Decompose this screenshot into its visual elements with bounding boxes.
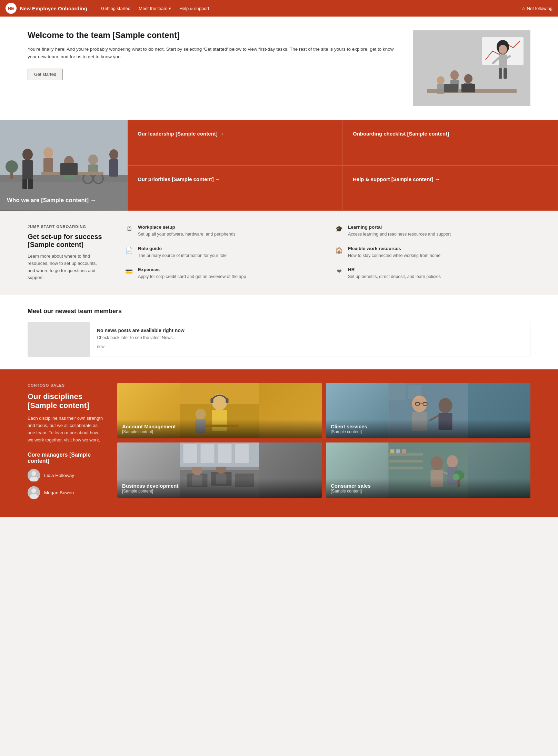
manager-lidia: Lidia Holloway	[28, 469, 103, 481]
svg-rect-23	[22, 160, 33, 179]
svg-point-22	[22, 149, 33, 160]
our-leadership-cell[interactable]: Our leadership [Sample content] →	[128, 120, 343, 166]
business-development-title: Business development	[122, 483, 317, 489]
svg-rect-37	[60, 163, 78, 175]
hero-image	[413, 30, 530, 106]
news-empty-title: No news posts are available right now	[97, 328, 185, 333]
nav-link-getting-started[interactable]: Getting started	[98, 4, 134, 12]
client-services-title: Client services	[331, 424, 526, 429]
learning-title: Learning portal	[348, 225, 451, 230]
expenses-title: Expenses	[138, 267, 246, 272]
jumpstart-item-hr: ❤ HR Set up benefits, direct deposit, an…	[334, 267, 530, 281]
learning-icon: 🎓	[334, 225, 344, 234]
not-following-button[interactable]: ☆ Not following	[521, 6, 552, 11]
jumpstart-item-expenses: 💳 Expenses Apply for corp credit card an…	[124, 267, 320, 281]
svg-point-10	[464, 74, 472, 83]
news-empty-card: No news posts are available right now Ch…	[28, 322, 530, 357]
team-members-section: Meet our newest team members No news pos…	[0, 295, 558, 369]
flexible-work-desc: How to stay connected while working from…	[348, 252, 440, 259]
role-guide-desc: The primary source of information for yo…	[138, 252, 227, 259]
onboarding-checklist-cell[interactable]: Onboarding checklist [Sample content] →	[343, 120, 558, 166]
manager-name-megan: Megan Bowen	[44, 490, 74, 495]
expenses-icon: 💳	[124, 267, 134, 277]
svg-rect-85	[389, 467, 423, 469]
svg-rect-24	[22, 179, 27, 189]
workplace-icon: 🖥	[124, 225, 134, 234]
jumpstart-item-role: 📄 Role guide The primary source of infor…	[124, 246, 320, 260]
svg-point-91	[447, 455, 458, 468]
our-priorities-cell[interactable]: Our priorities [Sample content] →	[128, 166, 343, 211]
who-we-are-block[interactable]: Who we are [Sample content] →	[0, 120, 128, 211]
hero-illustration	[413, 30, 530, 106]
account-management-sub: [Sample content]	[122, 429, 317, 434]
hr-title: HR	[348, 267, 441, 272]
role-guide-title: Role guide	[138, 246, 227, 251]
nav-links: Getting started Meet the team ▾ Help & s…	[98, 4, 521, 12]
svg-point-30	[88, 155, 98, 165]
svg-rect-21	[0, 182, 128, 210]
jumpstart-item-workplace: 🖥 Workplace setup Set up all your softwa…	[124, 225, 320, 239]
chevron-down-icon: ▾	[169, 6, 171, 11]
svg-point-62	[439, 398, 452, 413]
orange-grid-section: Who we are [Sample content] → Our leader…	[0, 120, 558, 211]
svg-line-5	[507, 56, 510, 58]
svg-rect-77	[183, 444, 197, 463]
discipline-card-consumer-sales[interactable]: Consumer sales [Sample content]	[326, 442, 530, 498]
who-we-are-label: Who we are [Sample content] →	[7, 197, 96, 204]
jumpstart-items: 🖥 Workplace setup Set up all your softwa…	[124, 225, 530, 281]
learning-desc: Access learning and readiness resources …	[348, 231, 451, 238]
svg-point-34	[109, 149, 118, 160]
orange-links-grid: Our leadership [Sample content] → Onboar…	[128, 120, 558, 211]
hero-section: Welcome to the team [Sample content] You…	[0, 17, 558, 120]
contoso-section: CONTOSO SALES Our disciplines [Sample co…	[0, 369, 558, 517]
svg-rect-83	[389, 453, 423, 456]
svg-point-48	[212, 394, 227, 410]
account-management-title: Account Management	[122, 424, 317, 429]
discipline-card-account-management[interactable]: Account Management [Sample content]	[117, 383, 322, 438]
news-timestamp: now	[97, 344, 185, 349]
svg-point-89	[431, 456, 443, 470]
svg-rect-15	[444, 84, 458, 92]
disciplines-grid: Account Management [Sample content]	[117, 383, 530, 504]
get-started-button[interactable]: Get started	[28, 69, 63, 80]
svg-point-41	[31, 471, 36, 476]
manager-avatar-megan	[28, 486, 40, 499]
svg-rect-86	[390, 449, 395, 453]
hero-description: You're finally here! And you're probably…	[28, 46, 399, 60]
svg-rect-3	[499, 54, 507, 68]
core-managers-title: Core managers [Sample content]	[28, 452, 103, 464]
svg-rect-87	[396, 449, 400, 453]
svg-rect-80	[235, 444, 249, 463]
avatar-silhouette-2	[28, 486, 40, 499]
top-navigation: NE New Employee Onboarding Getting start…	[0, 0, 558, 17]
news-empty-description: Check back later to see the latest News.	[97, 335, 185, 340]
svg-rect-84	[389, 460, 423, 462]
svg-point-8	[450, 70, 459, 80]
star-icon: ☆	[521, 6, 526, 11]
contoso-description: Each discipline has their own strength a…	[28, 415, 103, 444]
svg-rect-7	[504, 68, 507, 79]
help-support-cell[interactable]: Help & support [Sample content] →	[343, 166, 558, 211]
nav-link-meet-team[interactable]: Meet the team ▾	[135, 4, 175, 12]
jumpstart-item-flexible: 🏠 Flexible work resources How to stay co…	[334, 246, 530, 260]
discipline-card-business-development[interactable]: Business development [Sample content]	[117, 442, 322, 498]
workplace-title: Workplace setup	[138, 225, 236, 230]
svg-rect-6	[499, 68, 502, 79]
news-image-placeholder	[28, 322, 90, 357]
consumer-sales-sub: [Sample content]	[331, 489, 526, 494]
svg-rect-65	[389, 383, 406, 400]
office-illustration	[0, 120, 128, 210]
flexible-work-title: Flexible work resources	[348, 246, 440, 251]
nav-link-help-support[interactable]: Help & support	[176, 4, 212, 12]
client-services-sub: [Sample content]	[331, 429, 526, 434]
team-section-title: Meet our newest team members	[28, 308, 530, 315]
contoso-left: CONTOSO SALES Our disciplines [Sample co…	[28, 383, 103, 504]
news-empty-content: No news posts are available right now Ch…	[90, 322, 191, 357]
hero-image-placeholder	[413, 30, 530, 106]
svg-rect-50	[211, 398, 213, 403]
svg-point-26	[43, 147, 53, 158]
business-development-sub: [Sample content]	[122, 489, 317, 494]
discipline-card-client-services[interactable]: Client services [Sample content]	[326, 383, 530, 438]
discipline-cards: Account Management [Sample content]	[117, 383, 530, 498]
svg-point-39	[6, 160, 18, 173]
